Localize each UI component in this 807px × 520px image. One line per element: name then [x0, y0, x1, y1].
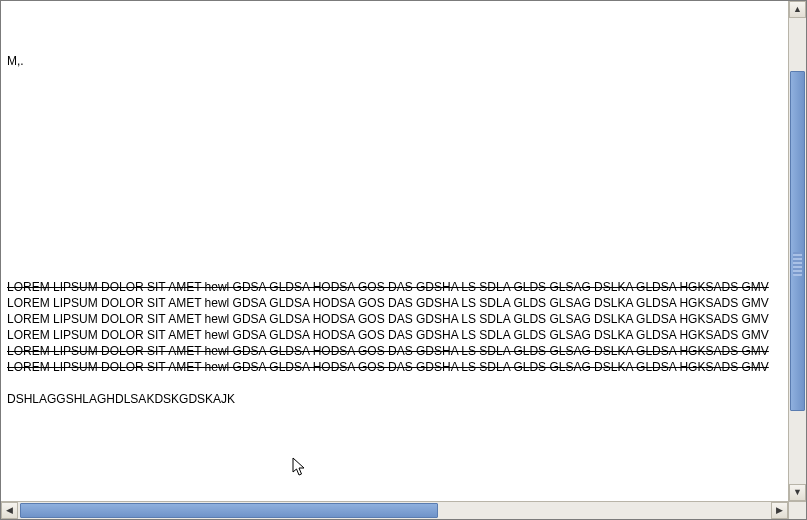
scrollbar-corner — [788, 501, 806, 519]
text-line: LOREM LIPSUM DOLOR SIT AMET hewl GDSA GL… — [7, 343, 788, 359]
scroll-left-button[interactable]: ◀ — [1, 502, 18, 519]
text-line: LOREM LIPSUM DOLOR SIT AMET hewl GDSA GL… — [7, 359, 788, 375]
triangle-left-icon: ◀ — [6, 506, 13, 515]
editor-window: M,. LOREM LIPSUM DOLOR SIT AMET hewl GDS… — [0, 0, 807, 520]
text-line: LOREM LIPSUM DOLOR SIT AMET hewl GDSA GL… — [7, 327, 788, 343]
text-line: LOREM LIPSUM DOLOR SIT AMET hewl GDSA GL… — [7, 279, 788, 295]
vertical-scroll-track[interactable] — [789, 18, 806, 484]
horizontal-scroll-track[interactable] — [18, 502, 771, 519]
vertical-scroll-thumb[interactable] — [790, 71, 805, 411]
triangle-up-icon: ▲ — [793, 5, 802, 14]
scroll-down-button[interactable]: ▼ — [789, 484, 806, 501]
scroll-up-button[interactable]: ▲ — [789, 1, 806, 18]
text-line: DSHLAGGSHLAGHDLSAKDSKGDSKAJK — [7, 391, 788, 407]
horizontal-scrollbar[interactable]: ◀ ▶ — [1, 501, 788, 519]
scroll-thumb-grip — [793, 252, 802, 276]
triangle-right-icon: ▶ — [776, 506, 783, 515]
document-body: M,. LOREM LIPSUM DOLOR SIT AMET hewl GDS… — [1, 1, 788, 407]
scroll-right-button[interactable]: ▶ — [771, 502, 788, 519]
triangle-down-icon: ▼ — [793, 488, 802, 497]
horizontal-scroll-thumb[interactable] — [20, 503, 438, 518]
vertical-scrollbar[interactable]: ▲ ▼ — [788, 1, 806, 501]
text-line: M,. — [7, 53, 788, 69]
text-area[interactable]: M,. LOREM LIPSUM DOLOR SIT AMET hewl GDS… — [1, 1, 788, 501]
text-line: LOREM LIPSUM DOLOR SIT AMET hewl GDSA GL… — [7, 295, 788, 311]
text-line: LOREM LIPSUM DOLOR SIT AMET hewl GDSA GL… — [7, 311, 788, 327]
